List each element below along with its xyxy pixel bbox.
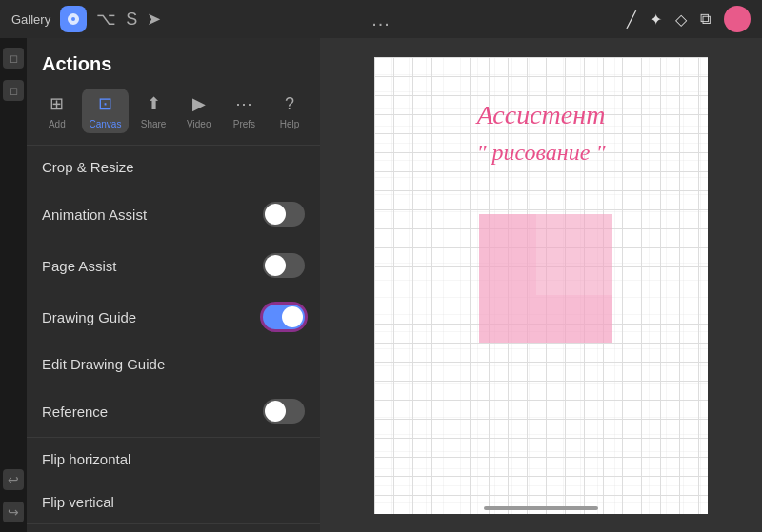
reference-label: Reference (42, 404, 108, 420)
tab-share-label: Share (141, 119, 167, 129)
flip-vertical-item[interactable]: Flip vertical (27, 481, 320, 523)
tab-help[interactable]: ? Help (269, 89, 311, 133)
tab-add[interactable]: ⊞ Add (36, 89, 78, 133)
sidebar-tool-1[interactable]: ◻ (3, 48, 24, 69)
redo-icon[interactable]: ↪ (3, 502, 24, 522)
top-bar-left: Gallery ⌥ S ➤ (11, 6, 161, 32)
page-assist-item[interactable]: Page Assist (27, 240, 320, 291)
tab-video-icon: ▶ (186, 92, 212, 115)
animation-assist-toggle[interactable] (263, 202, 305, 227)
svg-text:Ассистент: Ассистент (475, 100, 606, 129)
drawing-guide-toggle[interactable] (263, 305, 305, 329)
tab-add-label: Add (49, 119, 66, 129)
canvas-scrollbar[interactable] (484, 506, 598, 510)
drawing-guide-item[interactable]: Drawing Guide (27, 291, 320, 343)
undo-icon[interactable]: ↩ (3, 469, 24, 490)
svg-point-0 (71, 17, 75, 21)
top-bar-right: ╱ ✦ ◇ ⧉ (627, 6, 751, 32)
tab-share[interactable]: ⬆ Share (132, 89, 174, 133)
procreate-icon[interactable] (60, 6, 87, 32)
procreate-logo-icon (66, 11, 81, 27)
eraser-tool-icon[interactable]: ◇ (675, 10, 687, 29)
tab-share-icon: ⬆ (140, 92, 167, 115)
tab-prefs-label: Prefs (233, 119, 255, 129)
pen-tool-icon[interactable]: ╱ (627, 10, 636, 29)
avatar[interactable] (724, 6, 751, 32)
gallery-button[interactable]: Gallery (11, 12, 50, 27)
canvas-drawing: Ассистент " рисование " (374, 57, 708, 514)
edit-drawing-guide-label: Edit Drawing Guide (42, 356, 165, 372)
canvas-information-item[interactable]: Canvas information (27, 524, 320, 532)
more-options-button[interactable]: ... (371, 9, 391, 30)
canvas-wrapper: Ассистент " рисование " (374, 57, 708, 514)
modify-icon[interactable]: ⌥ (96, 9, 116, 30)
tab-help-label: Help (280, 119, 300, 129)
flip-vertical-label: Flip vertical (42, 494, 114, 510)
reference-toggle[interactable] (263, 399, 305, 424)
tab-video-label: Video (187, 119, 211, 129)
crop-resize-item[interactable]: Crop & Resize (27, 146, 320, 188)
reference-toggle-thumb (265, 401, 286, 422)
tab-help-icon: ? (276, 92, 303, 115)
actions-panel: Actions ⊞ Add ⊡ Canvas ⬆ Share ▶ Video ⋯… (27, 38, 320, 532)
edit-drawing-guide-item[interactable]: Edit Drawing Guide (27, 343, 320, 385)
page-assist-toggle-thumb (265, 255, 286, 276)
actions-title: Actions (27, 38, 320, 85)
animation-assist-item[interactable]: Animation Assist (27, 188, 320, 240)
tab-canvas-icon: ⊡ (91, 92, 118, 115)
animation-assist-toggle-thumb (265, 204, 286, 225)
tab-video[interactable]: ▶ Video (178, 89, 220, 133)
canvas-paper[interactable]: Ассистент " рисование " (374, 57, 708, 514)
menu-section: Crop & Resize Animation Assist Page Assi… (27, 145, 320, 532)
animation-assist-label: Animation Assist (42, 207, 147, 223)
top-bar-center: ... (371, 9, 391, 30)
send-icon[interactable]: ➤ (147, 9, 161, 30)
canvas-area: Ассистент " рисование " (320, 38, 762, 532)
page-assist-toggle[interactable] (263, 253, 305, 278)
main-area: ◻ ◻ ↩ ↪ Actions ⊞ Add ⊡ Canvas ⬆ Share ▶… (0, 38, 762, 532)
left-sidebar: ◻ ◻ ↩ ↪ (0, 38, 27, 532)
page-assist-label: Page Assist (42, 258, 116, 274)
tab-add-icon: ⊞ (44, 92, 70, 115)
flip-horizontal-item[interactable]: Flip horizontal (27, 438, 320, 481)
drawing-guide-label: Drawing Guide (42, 309, 136, 325)
layers-icon[interactable]: ⧉ (700, 10, 711, 28)
tab-prefs-icon: ⋯ (231, 92, 257, 115)
pencil-tool-icon[interactable]: ✦ (650, 10, 662, 29)
stroke-icon[interactable]: S (126, 10, 137, 30)
top-bar: Gallery ⌥ S ➤ ... ╱ ✦ ◇ ⧉ (0, 0, 762, 38)
tab-canvas-label: Canvas (90, 119, 122, 129)
drawing-guide-toggle-thumb (282, 306, 303, 327)
crop-resize-label: Crop & Resize (42, 159, 134, 175)
flip-horizontal-label: Flip horizontal (42, 451, 130, 467)
reference-item[interactable]: Reference (27, 385, 320, 437)
svg-text:" рисование ": " рисование " (476, 140, 606, 165)
actions-tabs: ⊞ Add ⊡ Canvas ⬆ Share ▶ Video ⋯ Prefs ?… (27, 85, 320, 141)
tab-prefs[interactable]: ⋯ Prefs (223, 89, 265, 133)
tab-canvas[interactable]: ⊡ Canvas (82, 89, 130, 133)
sidebar-tool-2[interactable]: ◻ (3, 80, 24, 101)
